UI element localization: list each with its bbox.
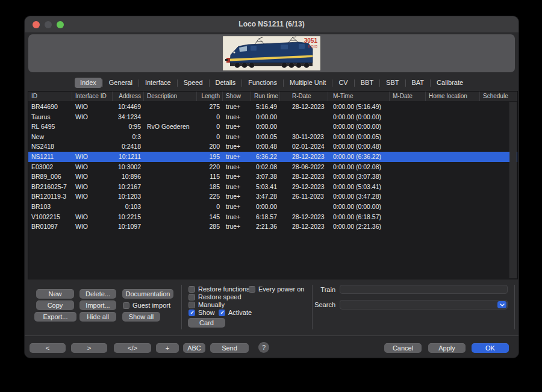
- tab-interface[interactable]: Interface: [140, 78, 176, 88]
- card-button[interactable]: Card: [188, 318, 225, 328]
- code-button[interactable]: </>: [114, 343, 151, 353]
- cell: 10:1211: [113, 152, 144, 162]
- checkbox-label: Activate: [228, 309, 252, 316]
- table-row-v1002215[interactable]: V1002215WIO10:2215145true+6:18.5728-12-2…: [28, 212, 517, 222]
- checkbox-box: [123, 302, 129, 309]
- table-row-br89-006[interactable]: BR89_006WIO10:896115true+3:07.3828-12-20…: [28, 172, 517, 182]
- cell: 28-12-2023: [280, 102, 328, 112]
- table-row-br120119-3[interactable]: BR120119-3WIO10:1203225true+3:47.2826-11…: [28, 191, 517, 202]
- tab-separator: [379, 79, 380, 87]
- cell: [72, 132, 113, 142]
- train-label: Train: [290, 286, 335, 293]
- export-button[interactable]: Export...: [34, 312, 76, 322]
- table-row-e03002[interactable]: E03002WIO10:3002220true+0:02.0828-06-202…: [28, 162, 517, 172]
- table-body: BR44690WIO10:4469275true+5:16.4928-12-20…: [28, 102, 517, 279]
- column-header-address[interactable]: Address: [113, 92, 144, 101]
- table-row-rl-6495[interactable]: RL 64950:95RvO Goederen0true+0:00.000:00…: [28, 122, 517, 132]
- tab-sbt[interactable]: SBT: [381, 78, 404, 88]
- checkbox-manually[interactable]: Manually: [188, 301, 225, 308]
- help-button[interactable]: ?: [258, 342, 269, 353]
- tab-multiple-unit[interactable]: Multiple Unit: [284, 78, 332, 88]
- cell: WIO: [72, 152, 113, 162]
- cell: [426, 212, 480, 222]
- cell: 3:47.28: [251, 191, 280, 202]
- chevron-down-icon[interactable]: [497, 301, 506, 308]
- cell: 28-12-2023: [280, 172, 328, 182]
- documentation-button[interactable]: Documentation: [122, 289, 173, 299]
- cell: [144, 112, 197, 122]
- tab-speed[interactable]: Speed: [178, 78, 208, 88]
- column-header-m-date[interactable]: M-Date: [390, 92, 426, 101]
- checkbox-restore-speed[interactable]: Restore speed: [188, 293, 241, 300]
- copy-button[interactable]: Copy: [36, 300, 74, 310]
- ok-button[interactable]: OK: [472, 343, 509, 353]
- cell: [390, 202, 426, 212]
- hide-all-button[interactable]: Hide all: [79, 312, 116, 322]
- cell: [390, 222, 426, 232]
- table-row-ns1211[interactable]: NS1211WIO10:1211195true+6:36.2228-12-202…: [28, 152, 517, 162]
- cell: RL 6495: [28, 122, 72, 132]
- show-all-button[interactable]: Show all: [122, 312, 160, 322]
- cell: 200: [197, 142, 223, 152]
- cell: [426, 102, 480, 112]
- add-button[interactable]: +: [156, 343, 179, 353]
- tab-cv[interactable]: CV: [333, 78, 353, 88]
- table-row-br103[interactable]: BR1030:1030true+0:00.000:00.00 (0:00.00): [28, 202, 517, 212]
- checkbox-restore-functions[interactable]: Restore functions: [188, 285, 250, 293]
- table-row-ns2418[interactable]: NS24180:2418200true+0:00.4802-01-20240:0…: [28, 142, 517, 152]
- column-header-schedule[interactable]: Schedule: [480, 92, 517, 101]
- column-header-m-time[interactable]: M-Time: [328, 92, 390, 101]
- tab-general[interactable]: General: [104, 78, 138, 88]
- tab-bat[interactable]: BAT: [406, 78, 430, 88]
- tab-details[interactable]: Details: [210, 78, 241, 88]
- table-row-taurus[interactable]: TaurusWIO34:12340true+0:00.000:00.00 (0:…: [28, 112, 517, 122]
- column-header-r-date[interactable]: R-Date: [280, 92, 328, 101]
- column-header-home-location[interactable]: Home location: [426, 92, 480, 101]
- checkbox-box: [219, 310, 225, 316]
- tab-index[interactable]: Index: [75, 78, 102, 88]
- train-input[interactable]: [340, 285, 508, 294]
- column-header-interface-id[interactable]: Interface ID: [72, 92, 113, 101]
- table-row-new[interactable]: New0:30true+0:00.0530-11-20230:00.00 (0:…: [28, 132, 517, 142]
- search-combobox[interactable]: [340, 300, 508, 310]
- column-header-description[interactable]: Description: [144, 92, 197, 101]
- cancel-button[interactable]: Cancel: [384, 343, 422, 353]
- checkbox-guest-import[interactable]: Guest import: [123, 302, 170, 309]
- cell: 2:21.36: [251, 222, 280, 232]
- new-button[interactable]: New: [36, 289, 74, 299]
- table-row-br44690[interactable]: BR44690WIO10:4469275true+5:16.4928-12-20…: [28, 102, 517, 112]
- cell: WIO: [72, 222, 113, 232]
- cell: WIO: [72, 182, 113, 192]
- import-button[interactable]: Import...: [79, 300, 116, 310]
- cell: [426, 191, 480, 202]
- cell: 0:00.00 (0:00.00): [328, 112, 390, 122]
- image-panel: 3051 E 25.05: [28, 34, 515, 72]
- apply-button[interactable]: Apply: [428, 343, 466, 353]
- cell: V1002215: [28, 212, 72, 222]
- column-header-length[interactable]: Length: [197, 92, 223, 101]
- table-row-br216025-7[interactable]: BR216025-7WIO10:2167185true+5:03.4129-12…: [28, 182, 517, 192]
- send-button[interactable]: Send: [210, 343, 249, 353]
- cell: [426, 152, 480, 162]
- checkbox-show[interactable]: Show: [188, 309, 215, 316]
- tab-functions[interactable]: Functions: [243, 78, 282, 88]
- next-loco-button[interactable]: >: [71, 343, 107, 353]
- column-header-run-time[interactable]: Run time: [251, 92, 280, 101]
- column-header-id[interactable]: ID: [28, 92, 72, 101]
- cell: true+: [223, 152, 251, 162]
- cell: true+: [223, 102, 251, 112]
- previous-loco-button[interactable]: <: [30, 343, 66, 353]
- tab-bbt[interactable]: BBT: [355, 78, 379, 88]
- cell: 0:2418: [113, 142, 144, 152]
- cell: [144, 191, 197, 202]
- vertical-scrollbar[interactable]: [509, 102, 517, 278]
- checkbox-activate[interactable]: Activate: [219, 309, 252, 316]
- tab-calibrate[interactable]: Calibrate: [431, 78, 469, 88]
- delete-button[interactable]: Delete...: [79, 289, 116, 299]
- column-header-show[interactable]: Show: [223, 92, 251, 101]
- abc-button[interactable]: ABC: [183, 343, 205, 353]
- table-row-br01097[interactable]: BR01097WIO10:1097285true+2:21.3628-12-20…: [28, 222, 517, 232]
- cell: [390, 102, 426, 112]
- checkbox-label: Restore functions: [198, 285, 250, 293]
- cell: true+: [223, 191, 251, 202]
